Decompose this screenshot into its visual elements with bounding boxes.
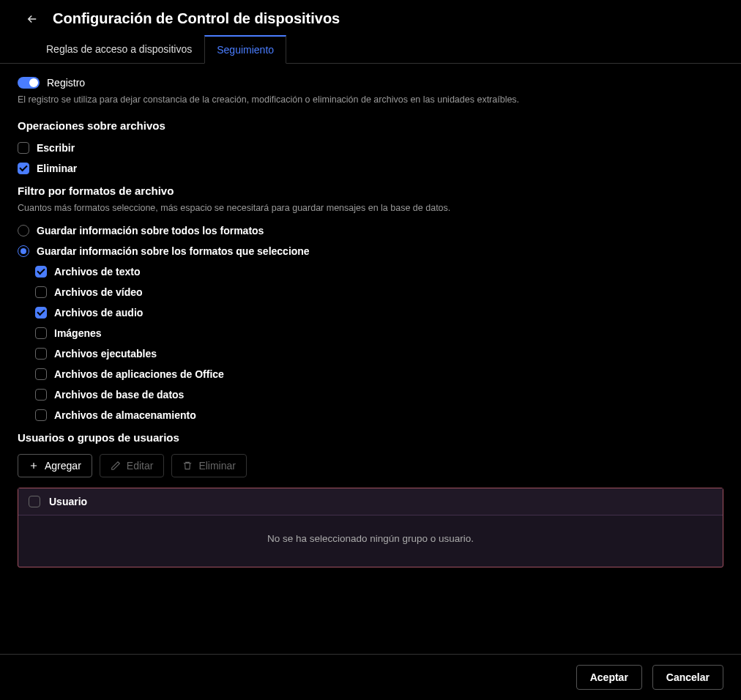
pencil-icon xyxy=(111,461,121,471)
edit-label: Editar xyxy=(127,460,154,472)
add-label: Agregar xyxy=(45,460,81,472)
op-write-checkbox[interactable] xyxy=(18,142,29,154)
cancel-button[interactable]: Cancelar xyxy=(652,665,723,690)
users-empty-message: No se ha seleccionado ningún grupo o usu… xyxy=(18,515,723,567)
edit-button[interactable]: Editar xyxy=(100,454,165,477)
header: Configuración de Control de dispositivos xyxy=(0,0,741,34)
tabs: Reglas de acceso a dispositivos Seguimie… xyxy=(0,34,741,64)
fmt-video-checkbox[interactable] xyxy=(35,286,47,298)
op-delete-row: Eliminar xyxy=(18,163,723,174)
tab-access-rules[interactable]: Reglas de acceso a dispositivos xyxy=(34,35,204,64)
tab-tracking[interactable]: Seguimiento xyxy=(204,35,286,64)
fmt-db-label: Archivos de base de datos xyxy=(54,389,184,401)
filter-title: Filtro por formatos de archivo xyxy=(18,185,723,197)
registro-desc: El registro se utiliza para dejar consta… xyxy=(18,94,723,105)
radio-selected-formats[interactable] xyxy=(18,245,29,257)
fmt-office-checkbox[interactable] xyxy=(35,368,47,380)
back-button[interactable] xyxy=(25,12,40,26)
fmt-office-label: Archivos de aplicaciones de Office xyxy=(54,368,224,380)
fmt-audio-label: Archivos de audio xyxy=(54,307,143,319)
users-toolbar: Agregar Editar Eliminar xyxy=(18,454,723,477)
plus-icon xyxy=(29,461,39,471)
fmt-exe-checkbox[interactable] xyxy=(35,348,47,360)
fmt-text-checkbox[interactable] xyxy=(35,266,47,278)
op-write-label: Escribir xyxy=(37,142,75,154)
registro-toggle[interactable] xyxy=(18,77,40,89)
radio-selected-row: Guardar información sobre los formatos q… xyxy=(18,245,723,257)
operations-title: Operaciones sobre archivos xyxy=(18,119,723,132)
users-table-header: Usuario xyxy=(18,488,723,515)
radio-selected-label: Guardar información sobre los formatos q… xyxy=(37,245,310,257)
fmt-db-checkbox[interactable] xyxy=(35,389,47,401)
registro-row: Registro xyxy=(18,77,723,89)
radio-all-label: Guardar información sobre todos los form… xyxy=(37,225,264,237)
fmt-images-checkbox[interactable] xyxy=(35,327,47,339)
radio-all-formats[interactable] xyxy=(18,225,29,237)
trash-icon xyxy=(182,461,193,471)
footer: Aceptar Cancelar xyxy=(0,654,741,700)
op-write-row: Escribir xyxy=(18,142,723,154)
fmt-text-label: Archivos de texto xyxy=(54,266,140,278)
fmt-audio-checkbox[interactable] xyxy=(35,307,47,319)
page-title: Configuración de Control de dispositivos xyxy=(53,10,340,27)
registro-label: Registro xyxy=(47,77,85,89)
fmt-exe-label: Archivos ejecutables xyxy=(54,348,157,360)
fmt-images-label: Imágenes xyxy=(54,327,102,339)
fmt-storage-label: Archivos de almacenamiento xyxy=(54,409,196,421)
op-delete-checkbox[interactable] xyxy=(18,163,29,174)
fmt-video-label: Archivos de vídeo xyxy=(54,286,143,298)
add-button[interactable]: Agregar xyxy=(18,454,92,477)
content: Registro El registro se utiliza para dej… xyxy=(0,64,741,581)
op-delete-label: Eliminar xyxy=(37,163,77,174)
radio-all-row: Guardar información sobre todos los form… xyxy=(18,225,723,237)
user-column-header: Usuario xyxy=(49,496,87,507)
delete-label: Eliminar xyxy=(198,460,236,472)
accept-button[interactable]: Aceptar xyxy=(576,665,642,690)
format-list: Archivos de texto Archivos de vídeo Arch… xyxy=(35,266,723,421)
delete-button[interactable]: Eliminar xyxy=(171,454,247,477)
select-all-checkbox[interactable] xyxy=(29,496,40,507)
users-table: Usuario No se ha seleccionado ningún gru… xyxy=(18,488,723,567)
users-title: Usuarios o grupos de usuarios xyxy=(18,431,723,444)
filter-hint: Cuantos más formatos seleccione, más esp… xyxy=(18,203,723,213)
fmt-storage-checkbox[interactable] xyxy=(35,409,47,421)
